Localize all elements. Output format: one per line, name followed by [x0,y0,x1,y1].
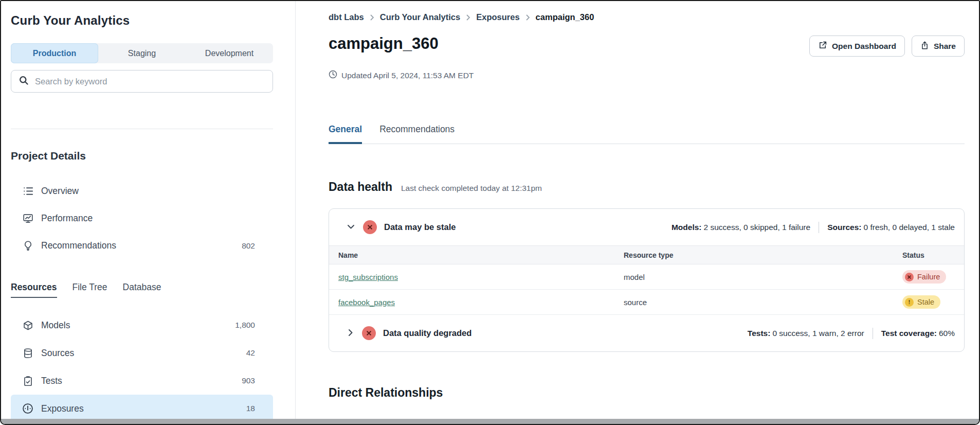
sidebar-item-label: Models [41,320,70,331]
resource-link-stg-subscriptions[interactable]: stg_subscriptions [338,273,398,281]
gauge-icon [22,403,33,414]
table-header: Name Resource type Status [329,245,964,264]
chevron-right-icon [525,14,530,21]
env-tab-production[interactable]: Production [11,43,98,63]
share-icon [920,41,929,52]
stale-group-row[interactable]: Data may be stale Models:2 success, 0 sk… [329,209,964,245]
group-stats: Models:2 success, 0 skipped, 1 failure S… [672,222,955,233]
quality-group-row[interactable]: Data quality degraded Tests:0 success, 1… [329,315,964,351]
sidebar-item-exposures[interactable]: Exposures 18 [11,395,273,422]
tab-general[interactable]: General [329,124,362,144]
search-input[interactable] [34,76,265,87]
table-row: facebook_pages source ! Stale [329,290,964,315]
button-label: Open Dashboard [832,42,896,51]
item-count: 18 [246,404,255,413]
button-label: Share [934,42,956,51]
sidebar: Curb Your Analytics Production Staging D… [1,1,296,419]
project-details-heading: Project Details [11,150,273,162]
sidebar-item-label: Exposures [41,403,84,414]
sidebar-item-label: Sources [41,348,74,359]
status-badge-stale: ! Stale [902,295,940,309]
column-header-name: Name [329,251,624,259]
item-count: 903 [242,376,255,385]
resource-link-facebook-pages[interactable]: facebook_pages [338,298,395,307]
cube-icon [22,320,33,331]
tab-database[interactable]: Database [123,282,161,298]
column-header-resource-type: Resource type [624,251,902,259]
item-count: 42 [246,348,255,358]
app-window: Curb Your Analytics Production Staging D… [0,0,980,425]
table-row: stg_subscriptions model Failure [329,264,964,290]
resources-nav: Models 1,800 Sources 42 Tests 903 [11,311,273,422]
sidebar-view-tabs: Resources File Tree Database [11,282,273,298]
tab-file-tree[interactable]: File Tree [72,282,107,298]
sidebar-item-performance[interactable]: Performance [11,205,273,232]
sidebar-item-tests[interactable]: Tests 903 [11,367,273,395]
chevron-right-icon [466,14,470,21]
resource-type-cell: model [624,273,902,281]
page-tabs: General Recommendations [329,124,965,144]
data-health-card: Data may be stale Models:2 success, 0 sk… [329,208,965,352]
data-health-header: Data health Last check completed today a… [329,180,965,194]
collapse-button[interactable] [347,223,355,232]
group-stats: Tests:0 success, 1 warn, 2 error Test co… [748,328,955,339]
list-icon [22,186,33,197]
open-dashboard-button[interactable]: Open Dashboard [809,36,905,57]
models-stat: Models:2 success, 0 skipped, 1 failure [672,223,810,232]
performance-icon [22,213,33,224]
data-health-heading: Data health [329,180,392,194]
sidebar-item-models[interactable]: Models 1,800 [11,311,273,339]
error-circle-icon [363,220,377,234]
item-count: 802 [242,241,255,251]
sidebar-item-recommendations[interactable]: Recommendations 802 [11,232,273,259]
breadcrumb-current: campaign_360 [536,12,594,22]
error-circle-icon [362,326,376,340]
share-button[interactable]: Share [912,36,965,57]
window-bottom-bar [1,419,979,424]
warning-circle-icon: ! [905,298,914,307]
stat-divider [819,222,819,233]
chevron-right-icon [370,14,374,21]
external-link-icon [818,41,827,52]
sidebar-item-sources[interactable]: Sources 42 [11,339,273,367]
updated-text: Updated April 5, 2024, 11:53 AM EDT [341,71,474,80]
sidebar-item-label: Recommendations [41,240,116,251]
status-badge-failure: Failure [902,270,946,284]
chevron-right-icon [347,328,354,339]
sidebar-divider [11,129,273,129]
lightbulb-icon [22,240,33,251]
item-count: 1,800 [235,321,255,330]
last-check-text: Last check completed today at 12:31pm [401,184,542,193]
sidebar-item-label: Performance [41,213,93,224]
main-content: dbt Labs Curb Your Analytics Exposures c… [296,1,979,419]
resource-type-cell: source [624,298,902,307]
tab-resources[interactable]: Resources [11,282,57,298]
search-icon [19,75,29,87]
sidebar-item-label: Overview [41,186,79,197]
chevron-down-icon [347,223,355,232]
stat-divider [873,328,873,339]
breadcrumb: dbt Labs Curb Your Analytics Exposures c… [329,12,965,22]
page-title: campaign_360 [329,34,439,53]
environment-switcher: Production Staging Development [11,43,273,63]
tab-recommendations[interactable]: Recommendations [379,124,455,144]
sidebar-item-label: Tests [41,376,62,386]
updated-timestamp: Updated April 5, 2024, 11:53 AM EDT [329,70,965,81]
sidebar-item-overview[interactable]: Overview [11,178,273,205]
breadcrumb-dbt-labs[interactable]: dbt Labs [329,12,364,22]
env-tab-staging[interactable]: Staging [98,43,186,63]
clipboard-check-icon [22,376,33,386]
direct-relationships-heading: Direct Relationships [329,386,965,400]
breadcrumb-exposures[interactable]: Exposures [476,12,519,22]
env-tab-development[interactable]: Development [186,43,273,63]
project-details-nav: Overview Performance Recommendations 802 [11,178,273,259]
error-circle-icon [905,273,914,281]
group-title: Data may be stale [384,222,456,232]
expand-button[interactable] [347,328,354,339]
sources-stat: Sources:0 fresh, 0 delayed, 1 stale [827,223,955,232]
column-header-status: Status [902,251,964,259]
clock-icon [329,70,337,81]
database-icon [22,348,33,359]
breadcrumb-project[interactable]: Curb Your Analytics [380,12,460,22]
project-title: Curb Your Analytics [11,13,273,28]
